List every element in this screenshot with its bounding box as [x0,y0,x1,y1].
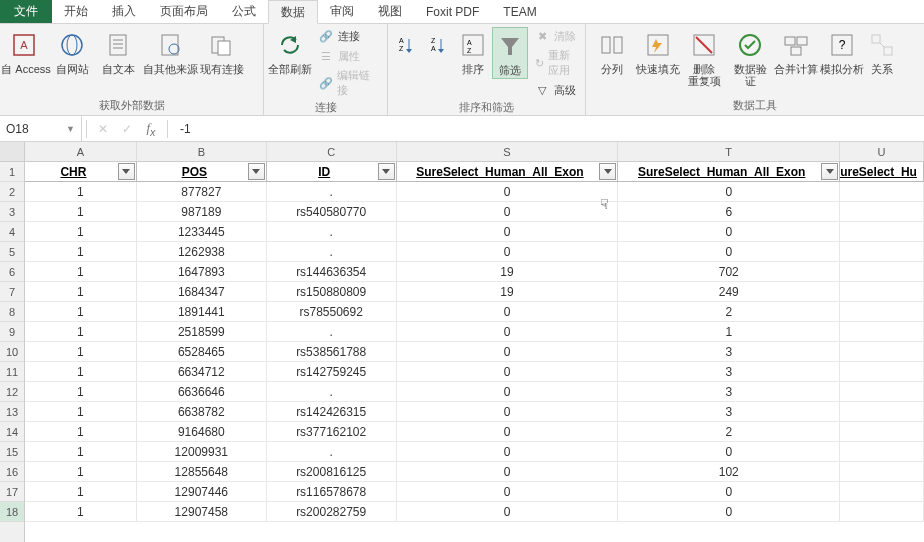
row-header[interactable]: 13 [0,402,24,422]
row-header[interactable]: 18 [0,502,24,522]
data-validation-button[interactable]: 数据验 证 [728,27,772,89]
row-header[interactable]: 16 [0,462,24,482]
cell[interactable]: 1 [25,422,137,442]
cell[interactable]: 0 [397,502,619,522]
cell[interactable]: 0 [618,502,840,522]
cell[interactable]: 6 [618,202,840,222]
cell[interactable] [840,502,924,522]
cell[interactable]: . [267,182,397,202]
filter-button[interactable]: 筛选 [492,27,528,79]
cell[interactable]: 0 [618,482,840,502]
cell[interactable]: 1684347 [137,282,267,302]
cell[interactable]: rs144636354 [267,262,397,282]
fx-button[interactable]: fx [139,116,163,141]
cell[interactable]: 3 [618,342,840,362]
cell[interactable]: rs540580770 [267,202,397,222]
cell[interactable]: 6634712 [137,362,267,382]
cell[interactable]: 0 [618,242,840,262]
cell[interactable]: 877827 [137,182,267,202]
cell[interactable]: 1 [25,282,137,302]
row-header[interactable]: 14 [0,422,24,442]
cell[interactable]: 12907446 [137,482,267,502]
cell[interactable]: rs116578678 [267,482,397,502]
cell[interactable]: 987189 [137,202,267,222]
cell[interactable]: 19 [397,262,619,282]
cell[interactable]: . [267,222,397,242]
row-header[interactable]: 8 [0,302,24,322]
row-header[interactable]: 12 [0,382,24,402]
cell[interactable]: 1 [25,182,137,202]
cell[interactable]: 2 [618,422,840,442]
cell[interactable]: 1 [25,442,137,462]
cell[interactable]: rs142426315 [267,402,397,422]
row-header[interactable]: 1 [0,162,24,182]
filter-dropdown-button[interactable] [599,163,616,180]
cell[interactable]: 3 [618,382,840,402]
filter-dropdown-button[interactable] [118,163,135,180]
cell[interactable]: 1 [25,302,137,322]
ribbon-tab[interactable]: 公式 [220,0,268,23]
formula-input[interactable]: -1 [172,116,924,141]
sort-button[interactable]: AZ排序 [456,27,490,77]
from-web-button[interactable]: 自网站 [50,27,94,77]
from-other-button[interactable]: 自其他来源 [142,27,198,77]
cell[interactable]: rs142759245 [267,362,397,382]
row-header[interactable]: 2 [0,182,24,202]
cell[interactable] [840,222,924,242]
cell[interactable] [840,422,924,442]
row-header[interactable]: 17 [0,482,24,502]
ribbon-tab[interactable]: 审阅 [318,0,366,23]
cell[interactable]: 1 [25,262,137,282]
cell[interactable]: 0 [397,202,619,222]
ribbon-tab[interactable]: 插入 [100,0,148,23]
filter-dropdown-button[interactable] [821,163,838,180]
row-header[interactable]: 5 [0,242,24,262]
cell[interactable]: 1 [25,502,137,522]
cell[interactable] [840,302,924,322]
cell[interactable]: rs538561788 [267,342,397,362]
reapply-button[interactable]: ↻重新应用 [530,47,581,79]
cell[interactable]: 0 [397,382,619,402]
ribbon-tab[interactable]: TEAM [491,0,548,23]
cell[interactable]: 2518599 [137,322,267,342]
text-to-cols-button[interactable]: 分列 [590,27,634,77]
cell[interactable]: 1 [25,462,137,482]
cell[interactable]: 1647893 [137,262,267,282]
cell[interactable]: 1 [25,342,137,362]
connections-button[interactable]: 🔗连接 [314,27,383,45]
col-header[interactable]: T [618,142,840,161]
cell[interactable]: 0 [397,442,619,462]
cell[interactable]: rs78550692 [267,302,397,322]
cell[interactable]: 6638782 [137,402,267,422]
cell[interactable]: rs150880809 [267,282,397,302]
cell[interactable]: 1 [25,322,137,342]
cell[interactable]: . [267,442,397,462]
cell[interactable]: 3 [618,362,840,382]
select-all-corner[interactable] [0,142,24,162]
ribbon-tab[interactable]: 数据 [268,0,318,24]
cell[interactable]: 0 [397,222,619,242]
row-header[interactable]: 3 [0,202,24,222]
ribbon-tab[interactable]: 页面布局 [148,0,220,23]
cell[interactable] [840,402,924,422]
cell[interactable]: 0 [397,362,619,382]
cell[interactable]: 1233445 [137,222,267,242]
cell[interactable] [840,322,924,342]
cell[interactable] [840,362,924,382]
enter-formula-button[interactable]: ✓ [115,116,139,141]
cell[interactable]: 9164680 [137,422,267,442]
cell[interactable]: 1 [25,402,137,422]
existing-conn-button[interactable]: 现有连接 [200,27,244,77]
cell[interactable]: . [267,242,397,262]
cell[interactable]: 12855648 [137,462,267,482]
cell[interactable]: 19 [397,282,619,302]
row-header[interactable]: 7 [0,282,24,302]
cell[interactable]: 6636646 [137,382,267,402]
cell[interactable]: . [267,322,397,342]
cell[interactable]: rs200282759 [267,502,397,522]
row-header[interactable]: 4 [0,222,24,242]
cell[interactable]: 2 [618,302,840,322]
from-text-button[interactable]: 自文本 [96,27,140,77]
cell[interactable]: 0 [397,402,619,422]
row-header[interactable]: 9 [0,322,24,342]
